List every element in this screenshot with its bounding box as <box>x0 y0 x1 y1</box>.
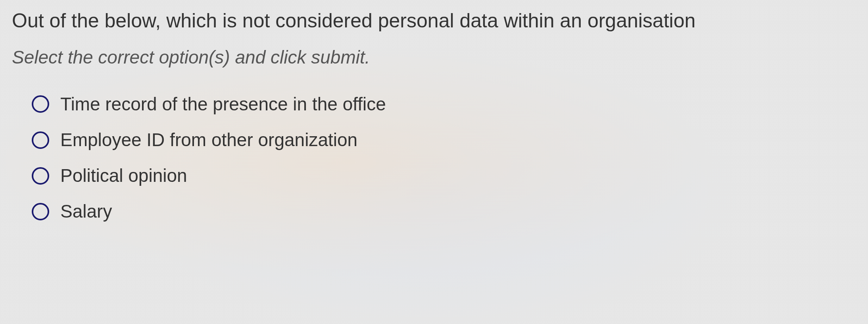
option-label: Political opinion <box>60 165 187 187</box>
radio-icon <box>32 95 49 113</box>
option-item-0[interactable]: Time record of the presence in the offic… <box>32 93 856 115</box>
option-label: Salary <box>60 201 112 222</box>
radio-icon <box>32 203 49 220</box>
radio-icon <box>32 167 49 185</box>
option-item-1[interactable]: Employee ID from other organization <box>32 129 856 151</box>
radio-icon <box>32 131 49 149</box>
instruction-text: Select the correct option(s) and click s… <box>12 46 856 69</box>
quiz-container: Out of the below, which is not considere… <box>12 8 856 223</box>
option-item-2[interactable]: Political opinion <box>32 165 856 187</box>
options-list: Time record of the presence in the offic… <box>12 93 856 223</box>
question-text: Out of the below, which is not considere… <box>12 8 856 34</box>
option-label: Employee ID from other organization <box>60 129 357 151</box>
option-item-3[interactable]: Salary <box>32 201 856 222</box>
option-label: Time record of the presence in the offic… <box>60 93 386 115</box>
